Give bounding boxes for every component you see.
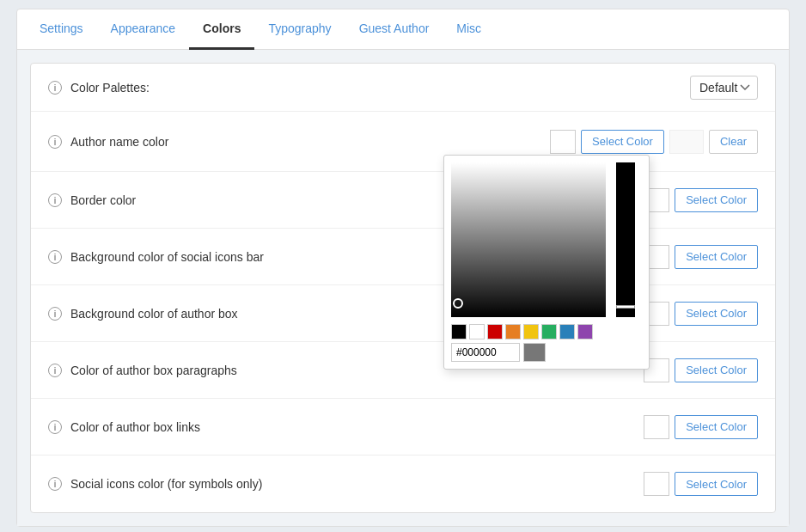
social-icons-bg-info-icon: i xyxy=(48,250,62,264)
swatch-green[interactable] xyxy=(541,324,557,339)
author-box-links-info-icon: i xyxy=(48,420,62,434)
swatch-black[interactable] xyxy=(451,324,467,339)
author-box-links-select-button[interactable]: Select Color xyxy=(675,415,758,439)
tab-settings[interactable]: Settings xyxy=(26,9,97,50)
tab-appearance[interactable]: Appearance xyxy=(97,9,190,50)
picker-hue-inner xyxy=(616,162,635,317)
hue-cursor xyxy=(616,305,635,309)
swatch-white[interactable] xyxy=(469,324,485,339)
tab-misc[interactable]: Misc xyxy=(443,9,495,50)
tabs-bar: Settings Appearance Colors Typography Gu… xyxy=(17,9,789,50)
social-icons-color-label: Social icons color (for symbols only) xyxy=(70,477,644,491)
author-box-links-controls: Select Color xyxy=(644,415,758,439)
tab-colors[interactable]: Colors xyxy=(189,9,254,50)
palette-info-icon: i xyxy=(48,81,62,95)
author-name-color-label: Author name color xyxy=(70,135,550,149)
swatch-purple[interactable] xyxy=(577,324,593,339)
author-box-links-swatch[interactable] xyxy=(644,415,669,439)
picker-cursor xyxy=(453,298,463,309)
palette-controls: Default xyxy=(690,76,758,100)
tab-guest-author[interactable]: Guest Author xyxy=(345,9,443,50)
social-icons-bg-select-button[interactable]: Select Color xyxy=(675,245,758,269)
author-name-info-icon: i xyxy=(48,135,62,149)
main-container: Settings Appearance Colors Typography Gu… xyxy=(16,9,790,527)
social-icons-bg-controls: Select Color xyxy=(644,245,758,269)
social-icons-bg-row: i Background color of social icons bar S… xyxy=(31,229,775,285)
border-color-controls: Select Color xyxy=(644,188,758,212)
author-box-para-info-icon: i xyxy=(48,364,62,377)
picker-swatches xyxy=(451,324,593,339)
social-icons-color-controls: Select Color xyxy=(644,472,758,496)
author-box-bg-select-button[interactable]: Select Color xyxy=(675,302,758,326)
author-name-select-color-button[interactable]: Select Color xyxy=(581,130,664,154)
palette-label: Color Palettes: xyxy=(70,81,690,95)
swatch-orange[interactable] xyxy=(505,324,521,339)
picker-opacity-bar xyxy=(523,343,546,362)
author-name-color-row: i Author name color Select Color Clear xyxy=(31,112,775,172)
border-color-info-icon: i xyxy=(48,193,62,207)
author-name-controls: Select Color Clear xyxy=(550,130,758,154)
author-box-para-select-button[interactable]: Select Color xyxy=(675,358,758,382)
social-icons-color-swatch[interactable] xyxy=(644,472,669,496)
author-name-clear-button[interactable]: Clear xyxy=(709,130,758,154)
author-name-swatch[interactable] xyxy=(550,130,576,154)
author-box-para-controls: Select Color xyxy=(644,358,758,382)
social-icons-color-select-button[interactable]: Select Color xyxy=(675,472,758,496)
author-box-links-row: i Color of author box links Select Color xyxy=(31,399,775,456)
picker-hue-bar[interactable] xyxy=(616,162,635,317)
picker-swatches-row xyxy=(451,324,642,339)
tab-typography[interactable]: Typography xyxy=(254,9,345,50)
author-box-bg-info-icon: i xyxy=(48,307,62,321)
picker-hex-input[interactable] xyxy=(451,343,520,362)
color-picker-popup xyxy=(443,155,650,370)
content-area: i Color Palettes: Default i Author name … xyxy=(17,50,789,526)
author-box-bg-controls: Select Color xyxy=(644,302,758,326)
author-box-para-row: i Color of author box paragraphs Select … xyxy=(31,342,775,399)
colors-card: i Color Palettes: Default i Author name … xyxy=(30,63,776,513)
swatch-blue[interactable] xyxy=(559,324,575,339)
social-icons-color-row: i Social icons color (for symbols only) … xyxy=(31,456,775,512)
author-box-links-label: Color of author box links xyxy=(70,420,644,434)
border-color-select-button[interactable]: Select Color xyxy=(675,188,758,212)
swatch-red[interactable] xyxy=(487,324,503,339)
palette-dropdown[interactable]: Default xyxy=(690,76,758,100)
palette-row: i Color Palettes: Default xyxy=(31,64,775,112)
border-color-row: i Border color Select Color xyxy=(31,172,775,229)
picker-gradient[interactable] xyxy=(451,162,606,317)
social-icons-color-info-icon: i xyxy=(48,477,62,491)
author-box-bg-row: i Background color of author box Select … xyxy=(31,285,775,342)
swatch-yellow[interactable] xyxy=(523,324,539,339)
